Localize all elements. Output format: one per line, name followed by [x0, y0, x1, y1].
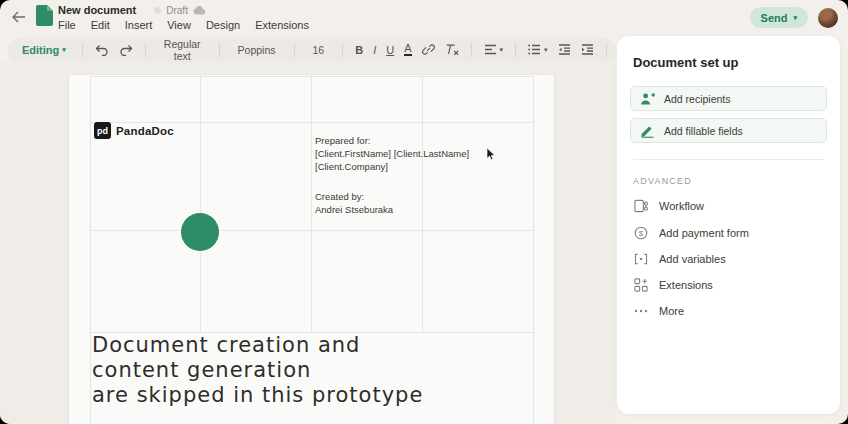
- more-dots-icon: [634, 309, 648, 313]
- table-grid-line: [90, 76, 534, 77]
- list-button[interactable]: [524, 42, 552, 57]
- bold-icon: B: [355, 44, 363, 56]
- created-by-label: Created by:: [315, 190, 393, 203]
- pandadoc-logo: pd PandaDoc: [94, 122, 174, 139]
- send-button[interactable]: Send: [750, 7, 808, 28]
- add-variables-item[interactable]: Add variables: [630, 246, 827, 271]
- document-headline[interactable]: Document creation and content generation…: [92, 333, 423, 408]
- editing-mode-button[interactable]: Editing: [18, 42, 70, 58]
- indent-icon: [581, 44, 594, 55]
- font-family-select[interactable]: Poppins: [228, 44, 286, 56]
- clear-formatting-icon: [445, 43, 459, 56]
- workflow-icon: [634, 199, 648, 213]
- headline-line: are skipped in this prototype: [92, 383, 423, 408]
- app-window: New document Draft File Edit Insert View…: [0, 0, 848, 424]
- extensions-item[interactable]: Extensions: [630, 271, 827, 298]
- underline-button[interactable]: U: [382, 42, 398, 58]
- add-fillable-fields-button[interactable]: Add fillable fields: [630, 118, 827, 143]
- extensions-label: Extensions: [659, 279, 713, 291]
- undo-icon: [95, 44, 109, 56]
- prepared-for-block[interactable]: Prepared for: [Client.FirstName] [Client…: [315, 134, 469, 173]
- outdent-button[interactable]: [554, 42, 575, 57]
- toolbar-divider: [145, 43, 146, 57]
- bullet-list-icon: [528, 44, 541, 55]
- avatar[interactable]: [818, 8, 838, 28]
- add-payment-form-label: Add payment form: [659, 227, 749, 239]
- client-name-variables: [Client.FirstName] [Client.LastName]: [315, 147, 469, 160]
- menu-file[interactable]: File: [58, 19, 76, 31]
- arrow-left-icon: [12, 11, 26, 23]
- redo-button[interactable]: [115, 42, 137, 58]
- link-button[interactable]: [418, 41, 439, 58]
- headline-line: Document creation and: [92, 333, 423, 358]
- menu-insert[interactable]: Insert: [125, 19, 153, 31]
- cloud-sync-icon: [193, 5, 206, 15]
- toolbar-divider: [294, 43, 295, 57]
- back-button[interactable]: [8, 6, 30, 28]
- green-circle-shape[interactable]: [181, 213, 219, 251]
- menu-edit[interactable]: Edit: [91, 19, 110, 31]
- font-size-select[interactable]: 16: [303, 44, 335, 56]
- paragraph-style-select[interactable]: Regular text: [154, 38, 211, 62]
- text-color-icon: A: [404, 43, 411, 56]
- client-company-variable: [Client.Company]: [315, 160, 469, 173]
- toolbar-divider: [471, 43, 472, 57]
- table-grid-line: [90, 76, 91, 424]
- variables-brackets-icon: [634, 253, 648, 265]
- align-left-icon: [484, 44, 497, 55]
- toolbar-divider: [219, 43, 220, 57]
- outdent-icon: [558, 44, 571, 55]
- add-recipients-button[interactable]: Add recipients: [630, 86, 827, 111]
- bold-button[interactable]: B: [351, 42, 367, 58]
- table-grid-line: [422, 76, 423, 332]
- add-recipients-icon: [640, 92, 655, 106]
- status-badge: Draft: [154, 5, 206, 16]
- redo-icon: [119, 44, 133, 56]
- svg-text:$: $: [638, 228, 643, 237]
- italic-button[interactable]: I: [369, 42, 380, 58]
- document-title: New document: [58, 4, 136, 16]
- document-page[interactable]: pd PandaDoc Prepared for: [Client.FirstN…: [69, 75, 554, 424]
- link-icon: [422, 43, 435, 56]
- clear-formatting-button[interactable]: [441, 41, 463, 58]
- draft-status-label: Draft: [166, 5, 188, 16]
- menubar: File Edit Insert View Design Extensions: [58, 19, 309, 31]
- panel-title: Document set up: [633, 55, 824, 70]
- draft-dot-icon: [154, 7, 161, 14]
- send-label: Send: [761, 12, 788, 24]
- text-color-button[interactable]: A: [400, 41, 415, 58]
- table-grid-line: [311, 76, 312, 332]
- indent-button[interactable]: [577, 42, 598, 57]
- add-payment-form-item[interactable]: $ Add payment form: [630, 219, 827, 246]
- align-button[interactable]: [480, 42, 508, 57]
- toolbar-divider: [606, 43, 607, 57]
- menu-design[interactable]: Design: [206, 19, 240, 31]
- table-grid-line: [200, 76, 201, 332]
- italic-icon: I: [373, 44, 376, 56]
- toolbar-divider: [515, 43, 516, 57]
- created-by-block[interactable]: Created by: Andrei Stseburaka: [315, 190, 393, 216]
- more-item[interactable]: More: [630, 298, 827, 323]
- document-file-icon: [36, 5, 53, 30]
- document-setup-panel: Document set up Add recipients Add filla…: [617, 36, 840, 414]
- add-fillable-fields-label: Add fillable fields: [664, 125, 743, 137]
- sidebar-divider: [633, 159, 824, 160]
- chevron-down-icon: [544, 46, 548, 53]
- menu-view[interactable]: View: [167, 19, 191, 31]
- add-variables-label: Add variables: [659, 253, 726, 265]
- chevron-down-icon: [500, 46, 504, 53]
- extensions-icon: [634, 278, 648, 292]
- pandadoc-logo-name: PandaDoc: [116, 125, 174, 137]
- editing-mode-label: Editing: [22, 44, 59, 56]
- add-recipients-label: Add recipients: [664, 93, 731, 105]
- workflow-item[interactable]: Workflow: [630, 192, 827, 219]
- chevron-down-icon: [62, 46, 66, 53]
- undo-button[interactable]: [91, 42, 113, 58]
- workflow-label: Workflow: [659, 200, 704, 212]
- menu-extensions[interactable]: Extensions: [255, 19, 309, 31]
- more-label: More: [659, 305, 684, 317]
- editor-toolbar: Editing Regular text Poppins 16 B I U A: [8, 37, 616, 62]
- table-grid-line: [533, 76, 534, 424]
- payment-dollar-icon: $: [634, 226, 648, 240]
- prepared-for-label: Prepared for:: [315, 134, 469, 147]
